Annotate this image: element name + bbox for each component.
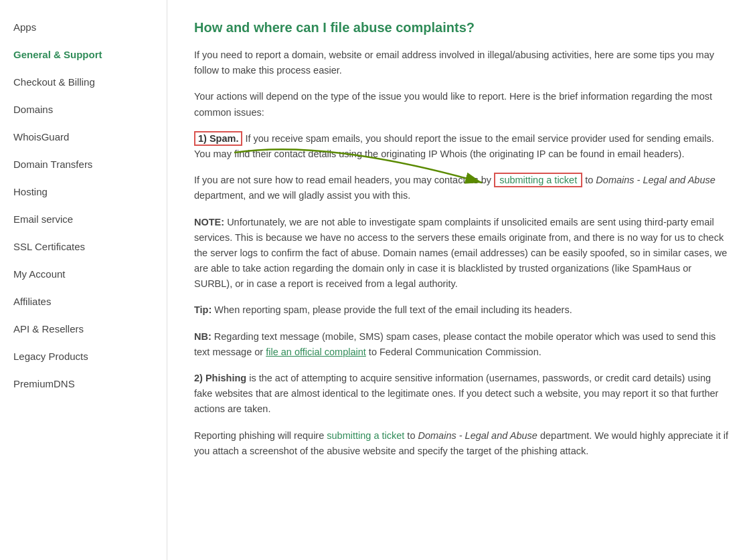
contact-end: department, and we will gladly assist yo…	[194, 190, 410, 201]
sidebar-item-legacy-products[interactable]: Legacy Products	[0, 343, 167, 370]
sidebar-item-hosting[interactable]: Hosting	[0, 178, 167, 205]
phishing-label: 2) Phishing	[194, 373, 246, 383]
reporting-prefix: Reporting phishing will require	[194, 430, 327, 441]
annotation-wrapper: If you are not sure how to read email he…	[194, 173, 728, 203]
file-complaint-link[interactable]: file an official complaint	[266, 347, 366, 357]
sidebar-item-domains[interactable]: Domains	[0, 96, 167, 123]
sidebar-item-checkout-billing[interactable]: Checkout & Billing	[0, 68, 167, 96]
contact-suffix: to	[582, 175, 596, 185]
phishing-report-para: Reporting phishing will require submitti…	[194, 428, 728, 459]
phishing-para: 2) Phishing is the act of attempting to …	[194, 371, 728, 417]
note-para: NOTE: Unfortunately, we are not able to …	[194, 215, 728, 292]
main-content: How and where can I file abuse complaint…	[167, 0, 755, 560]
sidebar-item-domain-transfers[interactable]: Domain Transfers	[0, 151, 167, 178]
reporting-middle: to	[404, 430, 418, 441]
reporting-italic: Domains - Legal and Abuse	[418, 430, 537, 441]
spam-para: 1) Spam. If you receive spam emails, you…	[194, 131, 728, 162]
nb-para: NB: Regarding text message (mobile, SMS)…	[194, 329, 728, 360]
sidebar-item-ssl-certificates[interactable]: SSL Certificates	[0, 233, 167, 260]
sidebar-item-general-support[interactable]: General & Support	[0, 41, 167, 68]
contact-para: If you are not sure how to read email he…	[194, 173, 728, 203]
submitting-ticket-boxed[interactable]: submitting a ticket	[494, 173, 582, 187]
sidebar-item-api-resellers[interactable]: API & Resellers	[0, 315, 167, 343]
contact-prefix: If you are not sure how to read email he…	[194, 175, 494, 185]
note-label: NOTE:	[194, 217, 224, 227]
tip-label: Tip:	[194, 304, 212, 315]
spam-label: 1) Spam.	[194, 131, 242, 146]
sidebar-item-whoisguard[interactable]: WhoisGuard	[0, 123, 167, 151]
sidebar-item-premiumdns[interactable]: PremiumDNS	[0, 370, 167, 397]
sidebar-item-affiliates[interactable]: Affiliates	[0, 288, 167, 315]
tip-para: Tip: When reporting spam, please provide…	[194, 302, 728, 318]
sidebar: AppsGeneral & SupportCheckout & BillingD…	[0, 0, 167, 560]
page-title: How and where can I file abuse complaint…	[194, 20, 728, 35]
sidebar-item-email-service[interactable]: Email service	[0, 205, 167, 233]
intro-para-1: If you need to report a domain, website …	[194, 48, 728, 78]
intro-para-2: Your actions will depend on the type of …	[194, 89, 728, 120]
note-text: Unfortunately, we are not able to invest…	[194, 217, 727, 290]
sidebar-item-my-account[interactable]: My Account	[0, 260, 167, 288]
sidebar-item-apps[interactable]: Apps	[0, 13, 167, 41]
submitting-ticket-link-2[interactable]: submitting a ticket	[327, 430, 404, 441]
phishing-text: is the act of attempting to acquire sens…	[194, 373, 718, 414]
spam-text: If you receive spam emails, you should r…	[194, 133, 714, 159]
tip-text: When reporting spam, please provide the …	[212, 304, 572, 315]
nb-text-suffix: to Federal Communication Commission.	[366, 347, 541, 357]
nb-label: NB:	[194, 331, 212, 342]
domains-legal-italic: Domains - Legal and Abuse	[596, 175, 715, 185]
